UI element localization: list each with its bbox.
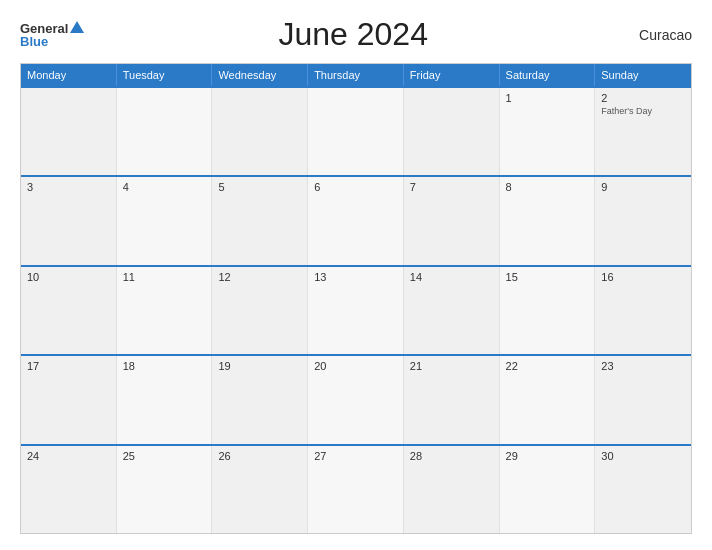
days-header: MondayTuesdayWednesdayThursdayFridaySatu… [21,64,691,86]
day-cell: 28 [404,446,500,533]
day-cell: 9 [595,177,691,264]
day-number: 29 [506,450,589,462]
day-header-saturday: Saturday [500,64,596,86]
day-cell: 1 [500,88,596,175]
day-cell: 10 [21,267,117,354]
day-cell: 2Father's Day [595,88,691,175]
week-row-2: 3456789 [21,175,691,264]
logo-block: General Blue [20,21,84,48]
day-number: 4 [123,181,206,193]
logo-general-text: General [20,22,68,35]
day-number: 17 [27,360,110,372]
day-number: 19 [218,360,301,372]
day-cell: 4 [117,177,213,264]
day-cell: 16 [595,267,691,354]
day-cell: 8 [500,177,596,264]
day-number: 30 [601,450,685,462]
day-cell: 25 [117,446,213,533]
day-number: 11 [123,271,206,283]
day-cell: 11 [117,267,213,354]
day-header-tuesday: Tuesday [117,64,213,86]
day-number: 7 [410,181,493,193]
day-cell [404,88,500,175]
header: General Blue June 2024 Curacao [20,16,692,53]
day-cell: 18 [117,356,213,443]
day-cell: 29 [500,446,596,533]
day-header-wednesday: Wednesday [212,64,308,86]
day-number: 14 [410,271,493,283]
day-cell [308,88,404,175]
day-cell: 30 [595,446,691,533]
day-cell [21,88,117,175]
day-cell: 17 [21,356,117,443]
day-number: 24 [27,450,110,462]
day-number: 28 [410,450,493,462]
day-cell: 5 [212,177,308,264]
day-number: 15 [506,271,589,283]
day-cell: 22 [500,356,596,443]
day-cell: 7 [404,177,500,264]
week-row-1: 12Father's Day [21,86,691,175]
day-number: 9 [601,181,685,193]
day-number: 1 [506,92,589,104]
country-label: Curacao [622,27,692,43]
day-number: 5 [218,181,301,193]
day-number: 16 [601,271,685,283]
logo-blue-text: Blue [20,35,48,48]
day-cell: 24 [21,446,117,533]
day-number: 27 [314,450,397,462]
week-row-4: 17181920212223 [21,354,691,443]
logo: General Blue [20,21,84,48]
day-header-thursday: Thursday [308,64,404,86]
day-cell: 19 [212,356,308,443]
day-number: 10 [27,271,110,283]
day-number: 22 [506,360,589,372]
day-header-friday: Friday [404,64,500,86]
day-number: 6 [314,181,397,193]
day-cell: 6 [308,177,404,264]
day-number: 20 [314,360,397,372]
day-number: 3 [27,181,110,193]
day-number: 2 [601,92,685,104]
day-cell: 14 [404,267,500,354]
day-cell: 23 [595,356,691,443]
day-header-monday: Monday [21,64,117,86]
day-cell: 13 [308,267,404,354]
day-cell [212,88,308,175]
day-cell: 27 [308,446,404,533]
day-number: 25 [123,450,206,462]
day-number: 26 [218,450,301,462]
weeks-container: 12Father's Day34567891011121314151617181… [21,86,691,533]
day-number: 12 [218,271,301,283]
day-number: 23 [601,360,685,372]
week-row-5: 24252627282930 [21,444,691,533]
day-number: 13 [314,271,397,283]
day-number: 18 [123,360,206,372]
day-cell: 15 [500,267,596,354]
day-cell: 12 [212,267,308,354]
day-cell: 3 [21,177,117,264]
logo-triangle-icon [70,21,84,33]
day-number: 21 [410,360,493,372]
day-event: Father's Day [601,106,652,116]
calendar-title: June 2024 [84,16,622,53]
logo-top: General [20,21,84,35]
day-cell: 20 [308,356,404,443]
day-cell: 21 [404,356,500,443]
day-number: 8 [506,181,589,193]
day-header-sunday: Sunday [595,64,691,86]
day-cell [117,88,213,175]
calendar: MondayTuesdayWednesdayThursdayFridaySatu… [20,63,692,534]
page: General Blue June 2024 Curacao MondayTue… [0,0,712,550]
week-row-3: 10111213141516 [21,265,691,354]
day-cell: 26 [212,446,308,533]
